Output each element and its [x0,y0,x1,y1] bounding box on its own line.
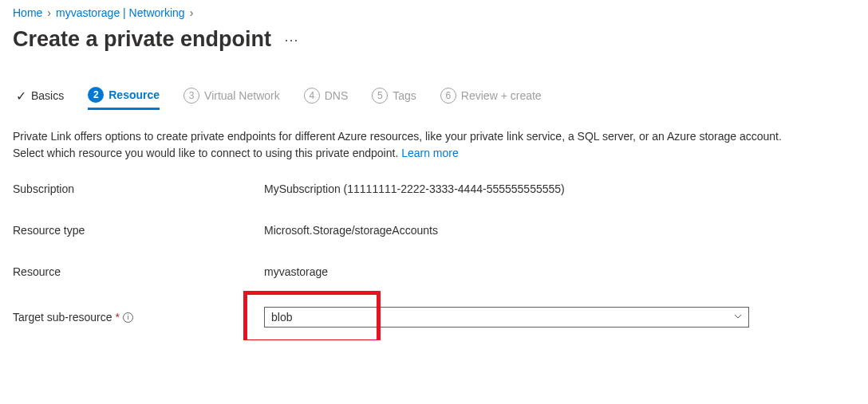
field-resource: Resource myvastorage [13,265,855,278]
field-label: Subscription [13,182,264,195]
tab-label: Basics [31,89,64,102]
breadcrumb-home[interactable]: Home [13,6,42,19]
page-title-row: Create a private endpoint ⋯ [13,27,855,52]
step-number: 6 [440,88,456,104]
field-subscription: Subscription MySubscription (11111111-22… [13,182,855,195]
tab-basics[interactable]: ✓ Basics [16,88,64,108]
tab-label: DNS [325,89,349,102]
field-value: MySubscription (11111111-2222-3333-4444-… [264,182,565,195]
step-number: 5 [372,88,388,104]
field-label: Target sub-resource * i [13,311,264,324]
breadcrumb: Home › myvastorage | Networking › [13,6,855,19]
chevron-right-icon: › [47,6,51,19]
tab-label: Tags [393,89,416,102]
learn-more-link[interactable]: Learn more [401,147,459,159]
more-icon[interactable]: ⋯ [284,31,299,49]
field-value: Microsoft.Storage/storageAccounts [264,224,438,237]
tab-review-create[interactable]: 6 Review + create [440,88,542,108]
page-title: Create a private endpoint [13,27,271,52]
field-resource-type: Resource type Microsoft.Storage/storageA… [13,224,855,237]
field-label: Resource [13,265,264,278]
tab-tags[interactable]: 5 Tags [372,88,416,108]
step-number: 4 [304,88,320,104]
check-icon: ✓ [16,88,26,104]
tab-resource[interactable]: 2 Resource [88,87,160,110]
target-sub-resource-select[interactable]: blob [264,307,749,328]
tab-label: Review + create [461,89,542,102]
wizard-tabs: ✓ Basics 2 Resource 3 Virtual Network 4 … [13,87,855,109]
tab-label: Resource [108,88,160,101]
field-target-sub-resource: Target sub-resource * i blob [13,307,855,328]
step-number: 2 [88,87,104,103]
tab-virtual-network[interactable]: 3 Virtual Network [183,88,280,108]
breadcrumb-storage[interactable]: myvastorage | Networking [56,6,185,19]
tab-dns[interactable]: 4 DNS [304,88,349,108]
description-text: Private Link offers options to create pr… [13,128,795,162]
chevron-right-icon: › [190,6,194,19]
field-value: myvastorage [264,265,328,278]
field-label: Resource type [13,224,264,237]
tab-label: Virtual Network [204,89,280,102]
step-number: 3 [183,88,199,104]
info-icon[interactable]: i [123,312,133,323]
select-value: blob [271,311,292,324]
required-indicator: * [116,311,120,324]
